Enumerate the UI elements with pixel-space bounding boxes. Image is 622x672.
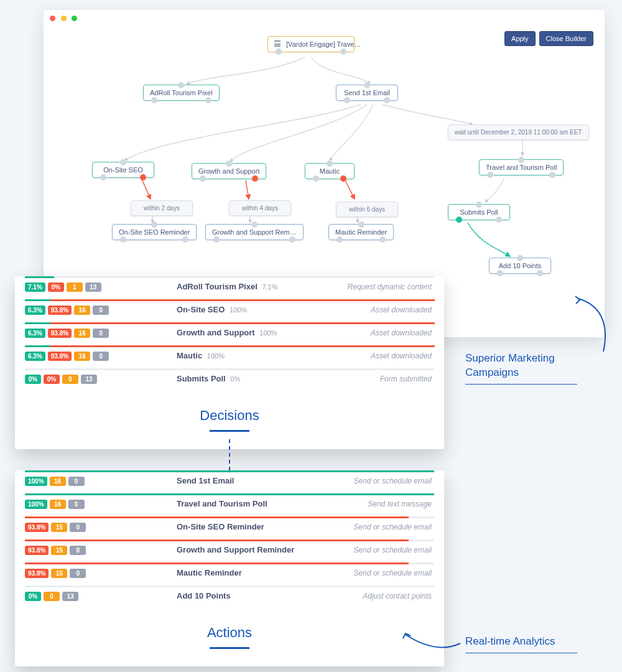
stat-row[interactable]: 100%16 0 Travel and Tourism Poll Send te… [15,493,444,516]
progress-bar [25,539,434,541]
node-label: Submits Poll [460,208,498,216]
port-icon[interactable] [340,49,346,55]
port-icon[interactable] [379,236,386,243]
pct-badge: 0% [25,375,41,384]
close-dot-icon[interactable] [50,16,55,21]
port-icon[interactable] [120,159,126,166]
port-icon[interactable] [549,172,555,178]
port-icon[interactable] [517,255,523,261]
stat-row[interactable]: 100%16 0 Send 1st Email Send or schedule… [15,470,444,493]
stat-row[interactable]: 0%0%0 13 Submits Poll 0% Form submitted [15,368,444,391]
zoom-dot-icon[interactable] [72,16,77,21]
port-icon[interactable] [327,161,333,167]
row-type: Send or schedule email [354,569,432,577]
port-icon[interactable] [344,97,350,103]
stat-row[interactable]: 6.3%93.8%16 0 On-Site SEO 100% Asset dow… [15,299,444,322]
row-type: Request dynamic content [348,282,432,291]
port-no-icon[interactable] [340,175,346,182]
node-label: Travel and Tourism Poll [486,164,557,171]
node-mautic-reminder[interactable]: Mautic Reminder [328,224,394,240]
port-icon[interactable] [337,236,343,243]
port-icon[interactable] [182,236,188,243]
annotation-arrow-icon [541,299,616,386]
progress-bar [25,276,434,278]
node-submits-poll[interactable]: Submits Poll [448,204,510,220]
port-icon[interactable] [364,82,370,88]
port-no-icon[interactable] [252,175,258,182]
port-icon[interactable] [496,217,502,223]
port-icon[interactable] [476,202,482,208]
node-seo-reminder[interactable]: On-Site SEO Reminder [112,224,197,240]
decisions-panel: 7.1%0%1 13 AdRoll Tourism Pixel 7.1% Req… [15,276,444,449]
port-icon[interactable] [251,222,258,228]
node-add-10-points[interactable]: Add 10 Points [489,258,551,274]
node-growth-support[interactable]: Growth and Support [192,163,266,179]
row-name: Growth and Support 100% [177,328,277,337]
port-icon[interactable] [487,172,493,178]
port-icon[interactable] [213,236,220,243]
row-name: Add 10 Points [177,591,231,600]
node-label: Send 1st Email [344,89,390,96]
count-badge: 0 [44,592,60,601]
port-icon[interactable] [226,161,232,167]
pct-badge: 0% [25,592,41,601]
pct-badge: 0% [44,375,60,384]
port-icon[interactable] [289,236,295,243]
port-icon[interactable] [497,270,503,276]
stat-row[interactable]: 93.8%15 0 On-Site SEO Reminder Send or s… [15,516,444,539]
port-icon[interactable] [200,175,206,182]
port-icon[interactable] [537,270,543,276]
pct-badge: 93.8% [48,329,72,338]
node-wait-until[interactable]: wait until December 2, 2019 11:00:00 am … [448,124,589,140]
port-icon[interactable] [358,222,364,228]
row-type: Asset downloaded [371,306,432,314]
port-icon[interactable] [518,157,524,163]
port-icon[interactable] [120,236,126,243]
node-travel-tourism-poll[interactable]: Travel and Tourism Poll [479,159,564,175]
node-growth-reminder[interactable]: Growth and Support Rem… [205,224,304,240]
node-send-first-email[interactable]: Send 1st Email [336,85,398,101]
progress-bar [25,299,434,301]
port-icon[interactable] [151,222,157,228]
decisions-heading: Decisions [15,408,444,432]
pct-badge: 6.3% [25,352,45,361]
count-badge: 0 [93,352,109,361]
node-label: Growth and Support Rem… [212,228,297,236]
port-yes-icon[interactable] [456,217,462,223]
node-within-6-days[interactable]: within 6 days [336,202,398,217]
row-type: Send or schedule email [354,477,432,485]
count-badge: 16 [50,500,66,509]
row-type: Send or schedule email [354,523,432,531]
count-badge: 1 [67,282,83,292]
stat-row[interactable]: 6.3%93.8%16 0 Mautic 100% Asset download… [15,345,444,368]
stat-row[interactable]: 7.1%0%1 13 AdRoll Tourism Pixel 7.1% Req… [15,276,444,299]
node-on-site-seo[interactable]: On-Site SEO [92,162,154,178]
progress-bar [25,586,434,587]
node-adroll-pixel[interactable]: AdRoll Tourism Pixel [143,85,220,101]
stat-row[interactable]: 6.3%93.8%16 0 Growth and Support 100% As… [15,322,444,345]
pct-badge: 93.8% [25,546,49,555]
progress-bar [25,368,434,370]
campaign-root-node[interactable]: [Vardot Engage] Trave… [267,36,355,52]
port-icon[interactable] [276,49,282,55]
minimize-dot-icon[interactable] [61,16,67,21]
port-icon[interactable] [151,97,157,103]
node-within-4-days[interactable]: within 4 days [229,200,291,216]
node-within-2-days[interactable]: within 2 days [131,200,193,216]
port-icon[interactable] [205,97,211,103]
node-label: On-Site SEO [103,166,143,174]
stat-row[interactable]: 0%0 13 Add 10 Points Adjust contact poin… [15,586,444,609]
count-badge: 0 [70,546,86,555]
stat-row[interactable]: 93.8%15 0 Growth and Support Reminder Se… [15,539,444,562]
port-icon[interactable] [313,175,319,182]
port-no-icon[interactable] [140,174,146,180]
count-badge: 0 [93,329,109,338]
progress-bar [25,345,434,347]
port-icon[interactable] [100,174,106,180]
node-label: AdRoll Tourism Pixel [150,89,213,96]
port-icon[interactable] [384,97,390,103]
stat-row[interactable]: 93.8%15 0 Mautic Reminder Send or schedu… [15,562,444,586]
node-mautic[interactable]: Mautic [305,163,355,179]
port-icon[interactable] [178,82,184,88]
progress-bar [25,493,434,495]
